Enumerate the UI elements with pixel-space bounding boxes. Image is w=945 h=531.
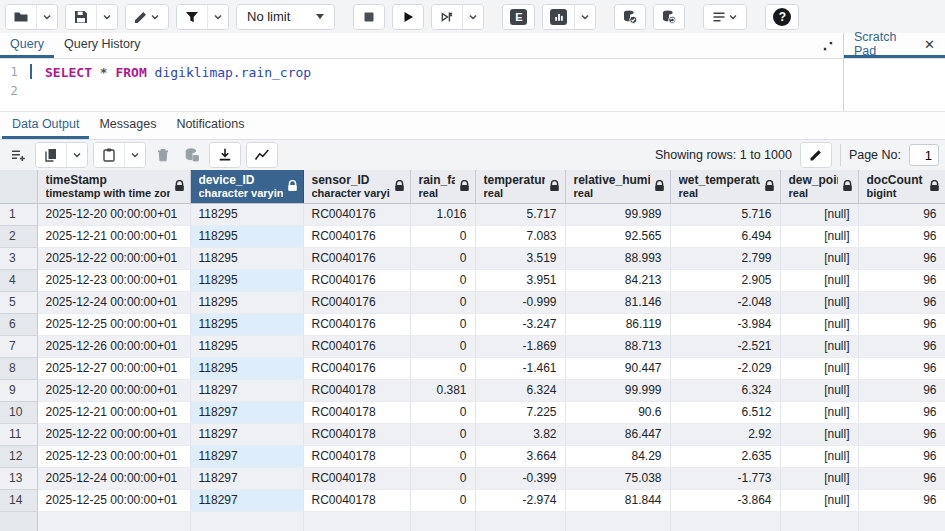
expand-icon[interactable] — [822, 40, 834, 52]
cell[interactable]: 84.213 — [565, 269, 670, 291]
cell[interactable]: 0 — [410, 291, 475, 313]
cell[interactable]: 86.119 — [565, 313, 670, 335]
cell[interactable]: RC0040176 — [303, 357, 410, 379]
cell[interactable]: RC0040176 — [303, 203, 410, 225]
cell[interactable]: 96 — [858, 489, 945, 511]
cell[interactable]: 2025-12-26 00:00:00+01 — [37, 335, 190, 357]
cell[interactable]: [null] — [780, 313, 858, 335]
cell[interactable]: 96 — [858, 225, 945, 247]
cell[interactable]: 2.635 — [670, 445, 780, 467]
row-number[interactable]: 8 — [0, 357, 37, 379]
cell[interactable]: [null] — [780, 423, 858, 445]
paste-button[interactable] — [94, 143, 124, 167]
cell[interactable]: 118297 — [190, 467, 303, 489]
cell[interactable]: 118297 — [190, 489, 303, 511]
cell[interactable]: 0 — [410, 423, 475, 445]
cell[interactable]: 84.29 — [565, 445, 670, 467]
cell[interactable]: 0 — [410, 401, 475, 423]
execute-button[interactable] — [393, 5, 423, 29]
cell[interactable]: [null] — [780, 489, 858, 511]
cell[interactable]: 96 — [858, 467, 945, 489]
cell[interactable]: 0 — [410, 313, 475, 335]
stop-button[interactable] — [354, 5, 384, 29]
cell[interactable]: 2.905 — [670, 269, 780, 291]
cell[interactable]: [null] — [780, 335, 858, 357]
cell[interactable]: RC0040176 — [303, 247, 410, 269]
cell[interactable]: 118297 — [190, 379, 303, 401]
column-header-rain_fall[interactable]: rain_fallreal — [410, 170, 475, 203]
cell[interactable]: 96 — [858, 335, 945, 357]
save-dropdown[interactable] — [96, 5, 117, 29]
page-no-input[interactable] — [909, 144, 939, 166]
cell[interactable]: 96 — [858, 269, 945, 291]
cell[interactable]: [null] — [780, 225, 858, 247]
cell[interactable]: 0.381 — [410, 379, 475, 401]
tab-query[interactable]: Query — [0, 33, 54, 58]
rollback-button[interactable] — [654, 5, 684, 29]
cell[interactable]: 118295 — [190, 247, 303, 269]
explain-analyze-button[interactable] — [543, 5, 574, 29]
cell[interactable]: [null] — [780, 379, 858, 401]
paste-dropdown[interactable] — [124, 143, 145, 167]
cell[interactable]: -3.984 — [670, 313, 780, 335]
row-number[interactable]: 2 — [0, 225, 37, 247]
open-file-button[interactable] — [6, 5, 36, 29]
cell[interactable]: 7.083 — [475, 225, 565, 247]
cell[interactable]: 2025-12-25 00:00:00+01 — [37, 489, 190, 511]
cell[interactable]: 118295 — [190, 335, 303, 357]
sql-code-line[interactable]: SELECT * FROM digiklimap.rain_crop — [28, 59, 311, 111]
cell[interactable]: 96 — [858, 357, 945, 379]
cell[interactable]: 6.324 — [670, 379, 780, 401]
row-number[interactable]: 10 — [0, 401, 37, 423]
download-button[interactable] — [210, 143, 240, 167]
cell[interactable]: -2.521 — [670, 335, 780, 357]
cell[interactable]: 88.713 — [565, 335, 670, 357]
add-row-button[interactable] — [6, 145, 30, 165]
cell[interactable]: 118297 — [190, 445, 303, 467]
cell[interactable]: 0 — [410, 445, 475, 467]
copy-button[interactable] — [36, 143, 66, 167]
cell[interactable]: 96 — [858, 423, 945, 445]
row-number[interactable]: 11 — [0, 423, 37, 445]
cell[interactable]: 0 — [410, 489, 475, 511]
open-file-dropdown[interactable] — [36, 5, 57, 29]
cell[interactable]: 5.716 — [670, 203, 780, 225]
cell[interactable]: 2025-12-27 00:00:00+01 — [37, 357, 190, 379]
cell[interactable]: 5.717 — [475, 203, 565, 225]
execute-options-button[interactable] — [432, 5, 462, 29]
cell[interactable]: 6.494 — [670, 225, 780, 247]
cell[interactable]: 0 — [410, 247, 475, 269]
cell[interactable]: 0 — [410, 335, 475, 357]
row-number[interactable]: 3 — [0, 247, 37, 269]
cell[interactable]: [null] — [780, 291, 858, 313]
cell[interactable]: 88.993 — [565, 247, 670, 269]
cell[interactable]: 86.447 — [565, 423, 670, 445]
save-data-changes-button[interactable] — [180, 145, 204, 165]
edit-menu-button[interactable] — [126, 5, 168, 29]
cell[interactable]: -3.864 — [670, 489, 780, 511]
cell[interactable]: 90.6 — [565, 401, 670, 423]
save-button[interactable] — [66, 5, 96, 29]
cell[interactable]: 3.951 — [475, 269, 565, 291]
cell[interactable]: RC0040176 — [303, 269, 410, 291]
tab-data-output[interactable]: Data Output — [2, 112, 89, 139]
cell[interactable]: -0.399 — [475, 467, 565, 489]
column-header-relative_humidity[interactable]: relative_humidityreal — [565, 170, 670, 203]
macros-button[interactable] — [704, 5, 746, 29]
cell[interactable]: -0.999 — [475, 291, 565, 313]
row-number[interactable]: 1 — [0, 203, 37, 225]
cell[interactable]: 99.989 — [565, 203, 670, 225]
cell[interactable]: [null] — [780, 401, 858, 423]
cell[interactable]: 96 — [858, 313, 945, 335]
cell[interactable]: RC0040178 — [303, 467, 410, 489]
cell[interactable]: 90.447 — [565, 357, 670, 379]
explain-button[interactable]: E — [503, 5, 534, 29]
cell[interactable]: 96 — [858, 445, 945, 467]
cell[interactable]: 118295 — [190, 291, 303, 313]
scratch-pad-body[interactable] — [844, 59, 945, 111]
column-header-device_ID[interactable]: device_IDcharacter varying — [190, 170, 303, 203]
cell[interactable]: RC0040176 — [303, 225, 410, 247]
row-number[interactable]: 12 — [0, 445, 37, 467]
row-number[interactable]: 9 — [0, 379, 37, 401]
row-number[interactable]: 7 — [0, 335, 37, 357]
